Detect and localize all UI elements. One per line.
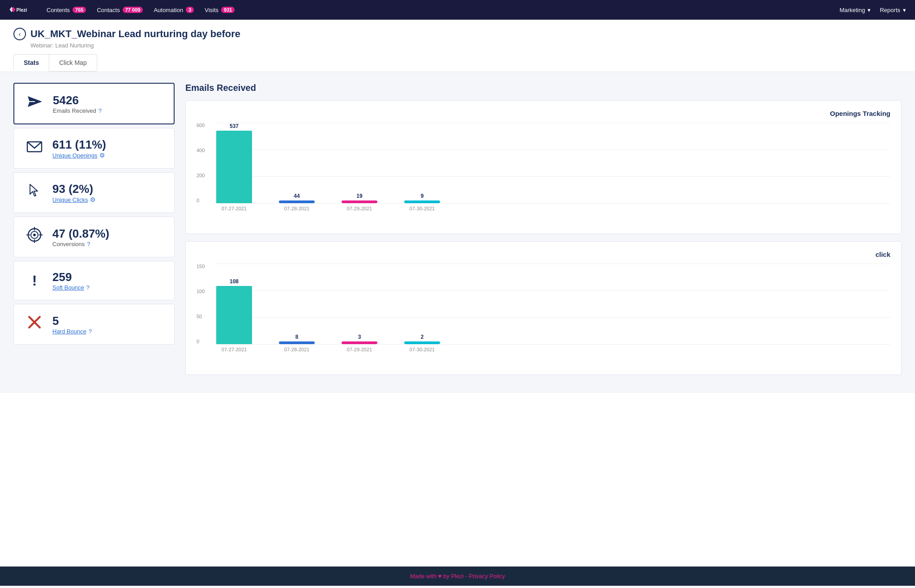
hard-bounce-link[interactable]: Hard Bounce bbox=[52, 328, 86, 335]
page-wrapper: ‹ UK_MKT_Webinar Lead nurturing day befo… bbox=[0, 20, 915, 567]
stat-info: 47 (0.87%) Conversions ? bbox=[52, 227, 109, 247]
nav-contacts[interactable]: Contacts 77 009 bbox=[97, 7, 143, 13]
nav-marketing[interactable]: Marketing ▾ bbox=[839, 7, 871, 13]
nav-contents[interactable]: Contents 765 bbox=[47, 7, 86, 13]
bar3-value: 19 bbox=[356, 193, 362, 199]
footer-text: Made with ♥ by Plezi - Privacy Policy bbox=[410, 573, 505, 579]
main-content: 5426 Emails Received ? 611 (11%) bbox=[0, 72, 915, 393]
x-axis-labels: 07-27-2021 07-28-2021 07-29-2021 07-30-2… bbox=[216, 203, 890, 211]
unique-clicks-link[interactable]: Unique Clicks bbox=[52, 196, 88, 203]
settings-icon-clicks[interactable]: ⚙ bbox=[90, 196, 96, 203]
stat-info: 259 Soft Bounce ? bbox=[52, 270, 90, 291]
help-icon[interactable]: ? bbox=[98, 107, 102, 114]
bar2-group-3: 3 bbox=[342, 264, 377, 344]
chart2-x-label-2: 07-28-2021 bbox=[279, 347, 315, 352]
soft-bounce-label: Soft Bounce ? bbox=[52, 284, 90, 291]
pointer-icon bbox=[25, 182, 44, 204]
chart2-bar3 bbox=[342, 341, 377, 344]
chart2-x-label-1: 07-27-2021 bbox=[216, 347, 252, 352]
nav-right: Marketing ▾ Reports ▾ bbox=[839, 7, 906, 13]
x-label-1: 07-27-2021 bbox=[216, 206, 252, 211]
nav-visits[interactable]: Visits 931 bbox=[205, 7, 235, 13]
y-axis-labels: 600 400 200 0 bbox=[197, 123, 205, 203]
chart2-bar2 bbox=[279, 341, 315, 344]
chart2-x-label-3: 07-29-2021 bbox=[342, 347, 377, 352]
help-icon-conversions[interactable]: ? bbox=[87, 241, 90, 247]
chart2-bar1 bbox=[216, 286, 252, 344]
chart2-bars: 108 8 bbox=[216, 264, 890, 344]
footer: Made with ♥ by Plezi - Privacy Policy bbox=[0, 567, 915, 586]
nav-automation[interactable]: Automation 3 bbox=[154, 7, 194, 13]
plezi-logo[interactable]: Plezi bbox=[9, 4, 36, 16]
unique-clicks-label: Unique Clicks ⚙ bbox=[52, 196, 96, 203]
chart1-bars: 537 44 bbox=[216, 123, 890, 203]
x-label-2: 07-28-2021 bbox=[279, 206, 315, 211]
chart2-bar3-value: 3 bbox=[358, 334, 361, 340]
chart2-bar2-value: 8 bbox=[295, 334, 299, 340]
x-axis-labels-2: 07-27-2021 07-28-2021 07-29-2021 07-30-2… bbox=[216, 344, 890, 352]
nav-reports[interactable]: Reports ▾ bbox=[880, 7, 906, 13]
soft-bounce-link[interactable]: Soft Bounce bbox=[52, 284, 84, 291]
chart2-bar1-value: 108 bbox=[230, 278, 239, 285]
bar4-value: 9 bbox=[421, 193, 424, 199]
left-stats-panel: 5426 Emails Received ? 611 (11%) bbox=[13, 83, 175, 382]
stat-info: 611 (11%) Unique Openings ⚙ bbox=[52, 138, 106, 159]
tabs: Stats Click Map bbox=[13, 54, 902, 72]
emails-received-label: Emails Received ? bbox=[53, 107, 102, 114]
stat-unique-clicks[interactable]: 93 (2%) Unique Clicks ⚙ bbox=[13, 172, 175, 213]
x-label-4: 07-30-2021 bbox=[404, 206, 440, 211]
y-axis-labels-2: 150 100 50 0 bbox=[197, 264, 205, 344]
bar-group-3: 19 bbox=[342, 123, 377, 203]
conversions-label: Conversions ? bbox=[52, 241, 109, 247]
stat-emails-received[interactable]: 5426 Emails Received ? bbox=[13, 83, 175, 124]
chart2-bar4 bbox=[404, 341, 440, 344]
bar2-group-1: 108 bbox=[216, 264, 252, 344]
emails-received-number: 5426 bbox=[53, 94, 102, 107]
stat-hard-bounce[interactable]: 5 Hard Bounce ? bbox=[13, 304, 175, 345]
bar2-value: 44 bbox=[294, 193, 299, 199]
stat-soft-bounce[interactable]: ! 259 Soft Bounce ? bbox=[13, 261, 175, 300]
help-icon-softbounce[interactable]: ? bbox=[86, 284, 90, 291]
emails-received-title: Emails Received bbox=[185, 83, 902, 93]
tab-stats[interactable]: Stats bbox=[13, 54, 49, 72]
bar-group-1: 537 bbox=[216, 123, 252, 203]
page-header: ‹ UK_MKT_Webinar Lead nurturing day befo… bbox=[0, 20, 915, 72]
breadcrumb: ‹ UK_MKT_Webinar Lead nurturing day befo… bbox=[13, 28, 902, 40]
right-panel: Emails Received Openings Tracking 600 40… bbox=[175, 83, 902, 382]
back-button[interactable]: ‹ bbox=[13, 28, 26, 40]
bar-group-2: 44 bbox=[279, 123, 315, 203]
svg-point-10 bbox=[33, 234, 36, 236]
tab-clickmap[interactable]: Click Map bbox=[49, 54, 97, 72]
target-icon bbox=[25, 226, 44, 248]
chart-click-title: click bbox=[197, 251, 890, 258]
help-icon-hardbounce[interactable]: ? bbox=[89, 328, 92, 335]
settings-icon[interactable]: ⚙ bbox=[99, 152, 105, 159]
bar2-group-2: 8 bbox=[279, 264, 315, 344]
chart2-x-label-4: 07-30-2021 bbox=[404, 347, 440, 352]
bar2 bbox=[279, 200, 315, 203]
hard-bounce-number: 5 bbox=[52, 314, 92, 328]
heart-icon: ♥ bbox=[438, 573, 442, 579]
unique-openings-label: Unique Openings ⚙ bbox=[52, 152, 106, 159]
unique-clicks-number: 93 (2%) bbox=[52, 182, 96, 196]
bar1-value: 537 bbox=[230, 123, 239, 129]
unique-openings-number: 611 (11%) bbox=[52, 138, 106, 152]
conversions-number: 47 (0.87%) bbox=[52, 227, 109, 241]
page-title: UK_MKT_Webinar Lead nurturing day before bbox=[30, 28, 240, 40]
stat-info: 5426 Emails Received ? bbox=[53, 94, 102, 114]
envelope-icon bbox=[25, 137, 44, 159]
bar-group-4: 9 bbox=[404, 123, 440, 203]
top-navigation: Plezi Contents 765 Contacts 77 009 Autom… bbox=[0, 0, 915, 20]
page-subtitle: Webinar: Lead Nurturing bbox=[30, 42, 902, 49]
stat-conversions[interactable]: 47 (0.87%) Conversions ? bbox=[13, 217, 175, 257]
stat-info: 5 Hard Bounce ? bbox=[52, 314, 92, 335]
x-icon bbox=[25, 313, 44, 335]
stat-unique-openings[interactable]: 611 (11%) Unique Openings ⚙ bbox=[13, 128, 175, 169]
svg-text:Plezi: Plezi bbox=[17, 7, 27, 13]
bar4 bbox=[404, 200, 440, 203]
send-icon bbox=[25, 93, 45, 115]
chart-openings-title: Openings Tracking bbox=[197, 110, 890, 117]
unique-openings-link[interactable]: Unique Openings bbox=[52, 152, 97, 159]
soft-bounce-number: 259 bbox=[52, 270, 90, 284]
bar3 bbox=[342, 200, 377, 203]
